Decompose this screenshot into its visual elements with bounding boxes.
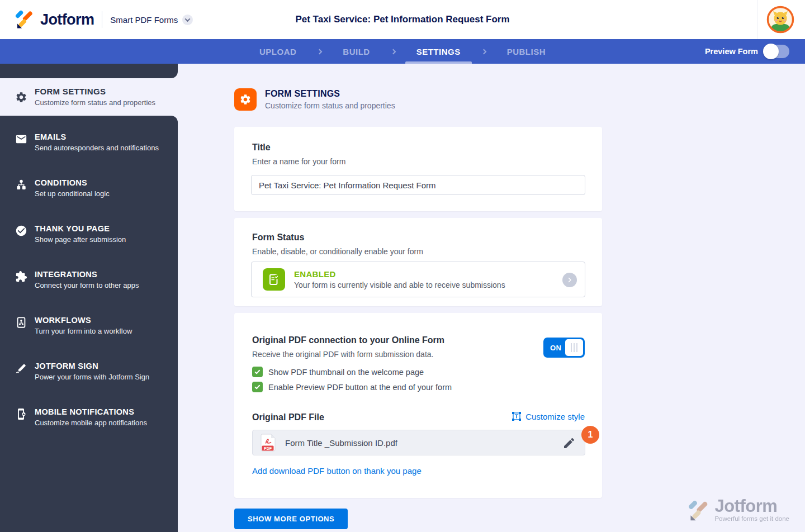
title-hint: Enter a name for your form	[252, 157, 345, 166]
customize-style-label: Customize style	[525, 412, 585, 421]
checkbox-label: Enable Preview PDF button at the end of …	[268, 383, 452, 392]
user-avatar[interactable]	[766, 6, 794, 34]
sidebar-item-description: Show page after submission	[35, 234, 126, 245]
gear-icon	[15, 91, 27, 103]
sidebar-item-description: Connect your form to other apps	[35, 280, 139, 291]
jotform-settings-page: Jotform Smart PDF Forms Pet Taxi Service…	[0, 0, 805, 532]
sidebar-item-label: MOBILE NOTIFICATIONS	[35, 406, 147, 417]
text-style-icon	[512, 411, 522, 421]
sidebar-item-mobile-notifications[interactable]: MOBILE NOTIFICATIONS Customize mobile ap…	[0, 406, 178, 431]
enable-preview-pdf-checkbox[interactable]	[252, 382, 263, 392]
title-label: Title	[252, 142, 345, 153]
sidebar-item-jotform-sign[interactable]: JOTFORM SIGN Power your forms with Jotfo…	[0, 360, 178, 385]
breadcrumb-arrow-icon	[481, 49, 486, 54]
enabled-document-icon	[263, 268, 285, 291]
tab-settings[interactable]: SETTINGS	[410, 39, 467, 64]
sidebar-item-form-settings[interactable]: FORM SETTINGS Customize form status and …	[7, 78, 178, 116]
sidebar-item-label: JOTFORM SIGN	[35, 360, 149, 372]
customize-style-link[interactable]: Customize style	[512, 411, 585, 421]
jotform-watermark: Jotform Powerful forms get it done	[688, 497, 789, 522]
envelope-icon	[15, 133, 27, 145]
chevron-right-icon	[562, 273, 577, 287]
sidebar-item-description: Set up conditional logic	[35, 188, 110, 199]
sidebar-item-workflows[interactable]: WORKFLOWS Turn your form into a workflow	[0, 315, 178, 339]
jotform-logo-icon	[688, 500, 710, 522]
jotform-logo-icon	[15, 10, 35, 30]
pdf-connection-toggle[interactable]: ON	[543, 338, 585, 358]
sidebar-item-label: WORKFLOWS	[35, 315, 132, 326]
sidebar-item-description: Turn your form into a workflow	[35, 326, 132, 336]
form-settings-icon	[234, 88, 257, 111]
pdf-connection-subtitle: Receive the original PDF with form submi…	[252, 350, 444, 359]
sidebar-item-integrations[interactable]: INTEGRATIONS Connect your form to other …	[0, 269, 178, 293]
wizard-navbar: UPLOAD BUILD SETTINGS PUBLISH Preview Fo…	[0, 39, 805, 64]
show-more-options-button[interactable]: SHOW MORE OPTIONS	[234, 509, 348, 529]
settings-sidebar: FORM SETTINGS Customize form status and …	[0, 64, 178, 532]
watermark-brand: Jotform	[714, 497, 789, 515]
chevron-down-icon	[182, 15, 193, 25]
sidebar-item-description: Power your forms with Jotform Sign	[35, 372, 149, 382]
sidebar-item-label: EMAILS	[35, 131, 159, 142]
form-status-hint: Enable, disable, or conditionally enable…	[252, 247, 423, 256]
sign-pen-icon	[15, 362, 27, 374]
edit-pdf-pencil-icon[interactable]	[562, 436, 576, 450]
preview-form-toggle[interactable]	[764, 45, 789, 58]
puzzle-icon	[15, 270, 27, 283]
section-title: FORM SETTINGS	[265, 89, 395, 99]
status-badge: ENABLED	[294, 269, 505, 279]
preview-form-label: Preview Form	[705, 47, 758, 56]
flowchart-icon	[15, 179, 27, 191]
section-header: FORM SETTINGS Customize form status and …	[234, 88, 395, 111]
status-description: Your form is currently visible and able …	[294, 281, 505, 289]
pdf-file-name: Form Title _Submission ID.pdf	[285, 438, 397, 448]
tab-build[interactable]: BUILD	[336, 39, 376, 64]
divider	[102, 11, 102, 28]
sidebar-item-label: INTEGRATIONS	[35, 269, 139, 280]
jotform-logo[interactable]: Jotform	[15, 10, 94, 30]
divider	[757, 0, 757, 39]
sidebar-item-description: Send autoresponders and notifications	[35, 142, 159, 153]
show-pdf-thumbnail-checkbox[interactable]	[252, 367, 263, 377]
original-pdf-card: Original PDF connection to your Online F…	[234, 313, 602, 498]
form-status-label: Form Status	[252, 232, 423, 243]
workflow-icon	[15, 316, 27, 329]
svg-text:PDF: PDF	[264, 446, 272, 450]
sidebar-item-description: Customize mobile app notifications	[35, 417, 147, 428]
original-pdf-file-label: Original PDF File	[252, 412, 324, 422]
breadcrumb-arrow-icon	[390, 49, 396, 54]
form-title-input[interactable]	[251, 175, 585, 195]
watermark-tagline: Powerful forms get it done	[714, 516, 789, 522]
sidebar-top-cap	[0, 64, 178, 78]
title-card: Title Enter a name for your form	[234, 127, 602, 211]
brand-wordmark: Jotform	[40, 11, 94, 28]
top-header: Jotform Smart PDF Forms Pet Taxi Service…	[0, 0, 805, 39]
gear-icon	[239, 93, 252, 106]
sidebar-item-description: Customize form status and properties	[35, 97, 155, 108]
check-circle-icon	[15, 225, 27, 237]
pdf-connection-title: Original PDF connection to your Online F…	[252, 335, 444, 345]
toggle-on-label: ON	[550, 338, 561, 358]
mobile-icon	[15, 408, 27, 420]
pdf-file-icon: PDF	[261, 434, 276, 452]
breadcrumb-arrow-icon	[317, 49, 323, 54]
product-name: Smart PDF Forms	[110, 15, 178, 25]
product-switcher[interactable]: Smart PDF Forms	[110, 15, 193, 25]
sidebar-item-label: FORM SETTINGS	[35, 86, 155, 97]
section-subtitle: Customize form status and properties	[265, 101, 395, 110]
tab-publish[interactable]: PUBLISH	[500, 39, 552, 64]
add-download-pdf-link[interactable]: Add download PDF button on thank you pag…	[252, 466, 422, 476]
form-status-card: Form Status Enable, disable, or conditio…	[234, 218, 602, 306]
sidebar-item-thank-you-page[interactable]: THANK YOU PAGE Show page after submissio…	[0, 223, 178, 248]
sidebar-item-emails[interactable]: EMAILS Send autoresponders and notificat…	[0, 131, 178, 156]
sidebar-item-label: THANK YOU PAGE	[35, 223, 126, 234]
toggle-knob	[565, 339, 583, 356]
tab-upload[interactable]: UPLOAD	[253, 39, 303, 64]
step-indicator-badge: 1	[581, 426, 599, 444]
form-status-selector[interactable]: ENABLED Your form is currently visible a…	[251, 262, 585, 297]
checkbox-label: Show PDF thumbnail on the welcome page	[268, 368, 424, 377]
sidebar-item-conditions[interactable]: CONDITIONS Set up conditional logic	[0, 177, 178, 202]
pdf-file-row: PDF Form Title _Submission ID.pdf 1	[252, 430, 585, 455]
sidebar-item-label: CONDITIONS	[35, 177, 110, 188]
sidebar-menu: EMAILS Send autoresponders and notificat…	[0, 116, 178, 532]
